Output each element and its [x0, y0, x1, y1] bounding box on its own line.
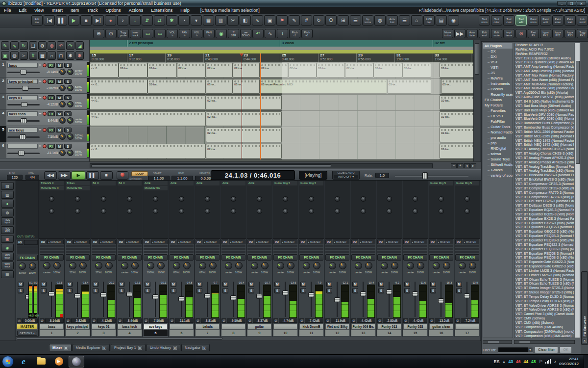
volume-fader[interactable]	[7, 151, 40, 156]
fx-chain-button[interactable]: FX CHAIN	[247, 254, 271, 261]
record-arm-button[interactable]	[43, 63, 47, 67]
trim-knob[interactable]	[59, 101, 66, 107]
volume-fader[interactable]	[152, 282, 158, 317]
fx-folder-item[interactable]: VST	[483, 59, 513, 65]
fx-button[interactable]: FX	[48, 144, 55, 149]
solo-button[interactable]: S	[404, 288, 410, 293]
fx-slot-list[interactable]: Guitar Rig 5	[273, 181, 298, 239]
mute-button[interactable]: M	[456, 282, 462, 287]
loop-button[interactable]: LOOP	[131, 171, 148, 176]
fx-folder-tree[interactable]: All Plugins DX DXi VST VSTi	[483, 43, 513, 338]
pan-knob[interactable]	[67, 101, 74, 107]
fx-chain-button[interactable]: FX CHAIN	[455, 254, 479, 261]
toolbar-button[interactable]: Togg poole	[118, 29, 129, 38]
zoom-buttons[interactable]: −+◂▸	[451, 163, 476, 168]
solo-button[interactable]: S	[378, 288, 384, 293]
tcp-toolbar-icon[interactable]: ⚙	[38, 41, 47, 50]
fx-param-knob[interactable]	[283, 209, 288, 214]
fx-folder-item[interactable]: FX Chains	[483, 97, 513, 103]
volume-fader[interactable]	[256, 282, 262, 317]
strip-number[interactable]: 9	[247, 330, 271, 336]
track-lanes[interactable]: << 0.. 02-ba.. 02-ba.. 02-ba..	[90, 62, 473, 159]
volume-value[interactable]: -4.42dB	[409, 318, 427, 323]
fx-slot-list[interactable]: B4 II	[91, 181, 116, 239]
scrollbar-thumb[interactable]	[475, 43, 479, 75]
fx-plugin-item[interactable]: VST: B4 II (x86) (Native Instruments Sof…	[514, 100, 574, 104]
menu-item[interactable]: File	[0, 7, 15, 14]
media-item[interactable]: 02-ba..	[440, 95, 473, 110]
media-item[interactable]: << 0..	[90, 79, 147, 94]
fx-folder-item[interactable]: VSTi	[483, 65, 513, 70]
toolbar-button[interactable]: ⌂	[411, 15, 422, 26]
phase-button[interactable]: ∅	[221, 318, 226, 323]
send-slots[interactable]	[247, 245, 272, 254]
folder-hscrollbar[interactable]	[483, 340, 512, 344]
send-slots[interactable]	[351, 245, 376, 254]
menu-item[interactable]: Item	[67, 7, 83, 14]
fx-plugin-item[interactable]: VST: BlueVerb DRV-2080 (Nomad Factory)	[514, 113, 574, 117]
fx-slot-list[interactable]	[403, 181, 428, 239]
clear-filter-button[interactable]: Clear filter	[535, 346, 558, 353]
volume-value[interactable]: -4.12dB	[97, 318, 116, 323]
fx-folder-item[interactable]: All Plugins	[483, 43, 513, 49]
fx-param-knob[interactable]	[361, 209, 366, 214]
mute-button[interactable]: M	[56, 128, 63, 132]
chevron-down-icon[interactable]: ▼	[528, 347, 533, 352]
fx-slot[interactable]: Guitar Rig 5	[273, 181, 297, 185]
volume-fader[interactable]	[230, 282, 236, 317]
mixer-dock-button[interactable]: REC input	[1, 217, 14, 225]
fx-param-knob[interactable]	[153, 196, 158, 202]
track-panel-row[interactable]: 3 keys 01 ⇹ FX M S	[0, 94, 89, 110]
track-panel-row[interactable]: 1 bass ⇹ FX M S	[0, 61, 89, 78]
io-button[interactable]: I/O	[325, 239, 332, 244]
send-slots[interactable]	[273, 245, 298, 254]
toolbar-button[interactable]: ▭	[142, 29, 153, 38]
track-number[interactable]: 3	[0, 94, 6, 109]
list-hscrollbar[interactable]	[514, 340, 575, 344]
selection-end-value[interactable]: 1.1.00	[172, 176, 193, 181]
docker-tab[interactable]: Undo History ✕	[147, 344, 180, 351]
phase-button[interactable]: ∅	[40, 318, 45, 323]
media-item[interactable]: 02-ba..	[147, 63, 177, 78]
toolbar-button[interactable]: inser track	[130, 29, 141, 38]
send-slots[interactable]	[39, 245, 64, 254]
fx-plugin-item[interactable]: VST: BT Analog Chorus CH2S-3 (x86) (Noma…	[514, 152, 574, 156]
tcp-toolbar-icon[interactable]: ✱	[66, 51, 74, 60]
fx-plugin-item[interactable]: VST: BT Equalizer PEQ322-3 (Nomad Factor…	[514, 243, 574, 247]
strip-number[interactable]: 4	[118, 330, 142, 336]
volume-fader[interactable]	[334, 282, 340, 317]
media-item[interactable]: 02-ba..	[440, 144, 473, 158]
solo-button[interactable]: S	[145, 288, 150, 293]
toolbar-button[interactable]: ↓	[129, 15, 141, 26]
send-slots[interactable]	[195, 245, 220, 254]
fx-slot-list[interactable]: ACE	[247, 181, 272, 239]
io-button[interactable]: I/O	[455, 239, 462, 244]
toolbar-button[interactable]: Past FX	[528, 29, 539, 38]
timeline-ruler[interactable]: 15 0:28.000 17 0:32.000 19 0:36.000 21 0…	[90, 53, 473, 62]
fx-param-knob[interactable]	[257, 196, 262, 202]
io-button[interactable]: I/O	[429, 239, 436, 244]
volume-fader[interactable]	[74, 282, 80, 317]
width-knob[interactable]	[365, 262, 372, 269]
fx-folder-item[interactable]: T-racks	[483, 167, 513, 173]
fx-folder-item[interactable]: Guitar Tools	[483, 124, 513, 130]
master-mute-button[interactable]: M	[18, 282, 24, 287]
fx-slot-list[interactable]	[377, 181, 402, 239]
toolbar-button[interactable]: LICE cap	[423, 15, 435, 26]
fx-slot[interactable]: ACE	[170, 181, 194, 185]
fx-plugin-item[interactable]: VST: Bombardier Buss Compressor (x86) (S…	[514, 126, 574, 130]
toolbar-button[interactable]: ⊙	[105, 29, 117, 38]
track-number[interactable]: 5	[0, 126, 6, 142]
toolbar-button[interactable]: Pitch -1	[289, 29, 300, 38]
tcp-toolbar-icon[interactable]: ▦	[38, 51, 47, 60]
toolbar-button[interactable]: #	[301, 15, 312, 26]
fx-folder-item[interactable]: Favorites	[483, 108, 513, 113]
region-marker[interactable]: 2 riff principal	[127, 40, 153, 47]
tcp-toolbar-icon[interactable]: ◍	[10, 51, 19, 60]
window-control-button[interactable]: ✕	[577, 1, 586, 6]
language-indicator[interactable]: ES	[494, 359, 500, 364]
mixer-strip[interactable]: ACE I/O ▸ MASTER FX CHAIN	[221, 181, 246, 337]
fx-button[interactable]: FX	[48, 63, 55, 68]
fx-param-knob[interactable]	[49, 196, 54, 202]
strip-name[interactable]: Funky 013	[377, 324, 401, 330]
